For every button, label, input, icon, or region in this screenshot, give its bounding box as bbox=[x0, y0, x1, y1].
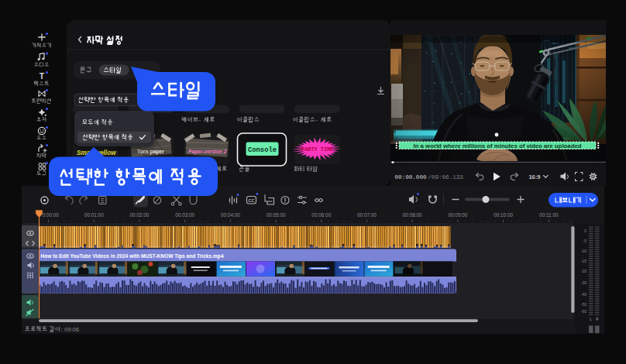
svg-text:00:10:00: 00:10:00 bbox=[494, 212, 513, 218]
svg-text:00:11:00: 00:11:00 bbox=[539, 212, 559, 218]
svg-text:00:07:00: 00:07:00 bbox=[357, 212, 377, 218]
svg-text:00:01:00: 00:01:00 bbox=[84, 212, 104, 218]
svg-text:T: T bbox=[40, 71, 45, 81]
svg-text:CC: CC bbox=[249, 198, 255, 203]
svg-text:-50: -50 bbox=[581, 302, 586, 307]
svg-text:Torn paper: Torn paper bbox=[137, 149, 164, 155]
svg-text:Paper-version 2: Paper-version 2 bbox=[188, 149, 227, 155]
svg-text:00:02:00: 00:02:00 bbox=[130, 212, 150, 218]
svg-text:Console: Console bbox=[248, 146, 277, 154]
svg-text:: 09:06: : 09:06 bbox=[61, 326, 79, 333]
svg-text:-30: -30 bbox=[581, 280, 586, 285]
svg-text:L: L bbox=[590, 317, 592, 321]
svg-text:PARTY TIME: PARTY TIME bbox=[301, 146, 334, 153]
svg-text:00:03:00: 00:03:00 bbox=[175, 212, 194, 218]
svg-text:-15: -15 bbox=[581, 259, 586, 263]
svg-text:-20: -20 bbox=[581, 269, 586, 273]
svg-text:00:06:00: 00:06:00 bbox=[311, 212, 331, 218]
svg-text:16:9: 16:9 bbox=[529, 173, 541, 180]
svg-text:00:04:00: 00:04:00 bbox=[221, 212, 240, 218]
svg-text:-10: -10 bbox=[581, 249, 586, 253]
svg-text:-60: -60 bbox=[581, 309, 586, 314]
svg-text:00:00.000: 00:00.000 bbox=[395, 174, 427, 180]
svg-text:-40: -40 bbox=[581, 292, 586, 297]
svg-text:00:08:00: 00:08:00 bbox=[403, 212, 422, 218]
svg-text:0:00:00: 0:00:00 bbox=[43, 212, 60, 218]
svg-text:How to Edit YouTube Videos in: How to Edit YouTube Videos in 2024 with … bbox=[41, 253, 224, 259]
svg-text:0: 0 bbox=[584, 228, 586, 233]
svg-text:R: R bbox=[596, 317, 599, 321]
svg-text:/09:06.133: /09:06.133 bbox=[428, 174, 463, 180]
svg-text:In a world where millions of m: In a world where millions of minutes of … bbox=[413, 143, 581, 149]
svg-text:-5: -5 bbox=[583, 239, 587, 243]
svg-text:00:09:00: 00:09:00 bbox=[448, 212, 467, 218]
svg-text:00:05:00: 00:05:00 bbox=[267, 212, 286, 218]
